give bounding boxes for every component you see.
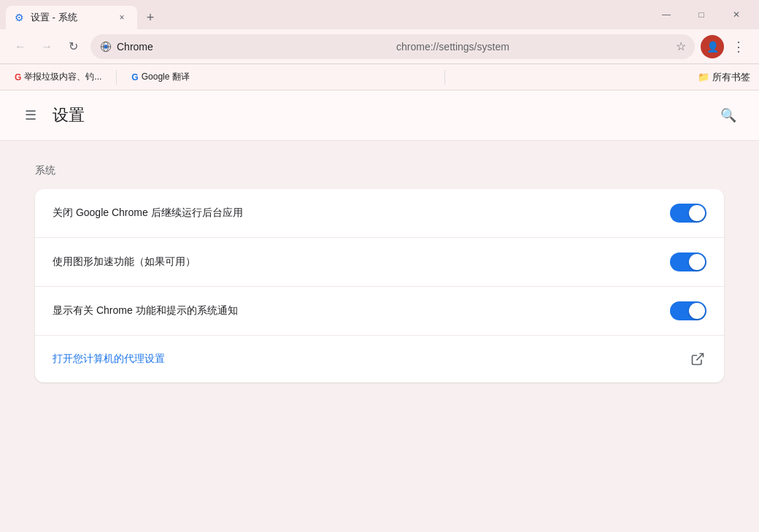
profile-button[interactable]: 👤 xyxy=(701,35,724,58)
setting-label-proxy: 打开您计算机的代理设置 xyxy=(53,352,689,366)
profile-icon: 👤 xyxy=(706,41,719,53)
toggle-hardware-acceleration[interactable] xyxy=(670,252,706,271)
close-button[interactable]: ✕ xyxy=(720,3,753,26)
navigation-bar: ← → ↻ Chrome chrome://settings/system ☆ … xyxy=(0,29,759,64)
forward-button[interactable]: → xyxy=(35,35,58,58)
menu-toggle-button[interactable]: ☰ xyxy=(18,102,44,128)
bookmark-report-icon: G xyxy=(15,72,21,82)
tab-settings-icon: ⚙ xyxy=(15,12,26,23)
address-bar[interactable]: Chrome chrome://settings/system ☆ xyxy=(90,34,695,59)
bookmark-item-translate[interactable]: G Google 翻译 xyxy=(126,68,195,86)
setting-row-hardware-acceleration: 使用图形加速功能（如果可用） xyxy=(35,238,724,287)
settings-search-button[interactable]: 🔍 xyxy=(715,102,741,128)
bookmarks-right-divider xyxy=(444,70,445,85)
setting-label-background-apps: 关闭 Google Chrome 后继续运行后台应用 xyxy=(53,207,670,220)
bookmark-item-report[interactable]: G 举报垃圾内容、钓... xyxy=(9,68,107,86)
bookmark-divider xyxy=(116,70,117,85)
hamburger-icon: ☰ xyxy=(25,107,36,123)
maximize-button[interactable]: □ xyxy=(685,3,718,26)
toggle-background-apps[interactable] xyxy=(670,204,706,223)
new-tab-button[interactable]: + xyxy=(140,7,161,28)
back-button[interactable]: ← xyxy=(9,35,32,58)
open-in-new-icon xyxy=(690,352,705,366)
setting-row-background-apps: 关闭 Google Chrome 后继续运行后台应用 xyxy=(35,189,724,238)
window-controls: — □ ✕ xyxy=(650,3,753,26)
page-title: 设置 xyxy=(53,104,85,126)
minimize-button[interactable]: — xyxy=(650,3,683,26)
site-name: Chrome xyxy=(117,41,392,53)
more-options-button[interactable]: ⋮ xyxy=(727,35,750,58)
site-icon xyxy=(99,40,112,53)
toggle-system-notifications[interactable] xyxy=(670,301,706,320)
back-icon: ← xyxy=(15,40,26,53)
address-url: chrome://settings/system xyxy=(396,41,671,53)
reload-icon: ↻ xyxy=(69,39,78,53)
all-bookmarks-label: 所有书签 xyxy=(712,71,750,84)
settings-content: 系统 关闭 Google Chrome 后继续运行后台应用 使用图形加速功能（如… xyxy=(0,141,759,406)
svg-line-4 xyxy=(696,354,703,361)
external-link-icon xyxy=(689,350,706,368)
setting-row-proxy-settings[interactable]: 打开您计算机的代理设置 xyxy=(35,336,724,382)
tab-title: 设置 - 系统 xyxy=(31,11,111,24)
settings-header: ☰ 设置 🔍 xyxy=(0,90,759,141)
bookmark-star-icon[interactable]: ☆ xyxy=(676,39,686,53)
chrome-icon xyxy=(100,41,112,53)
active-tab[interactable]: ⚙ 设置 - 系统 × xyxy=(6,6,137,29)
bookmark-translate-label: Google 翻译 xyxy=(142,71,190,83)
tab-close-button[interactable]: × xyxy=(115,11,128,24)
more-icon: ⋮ xyxy=(732,39,745,55)
settings-page: ☰ 设置 🔍 系统 关闭 Google Chrome 后继续运行后台应用 使用图… xyxy=(0,90,759,532)
bookmark-report-label: 举报垃圾内容、钓... xyxy=(24,71,101,83)
forward-icon: → xyxy=(41,40,53,53)
bookmarks-folder-icon: 📁 xyxy=(698,72,709,82)
all-bookmarks-button[interactable]: 📁 所有书签 xyxy=(698,71,750,84)
search-icon: 🔍 xyxy=(720,107,736,123)
bookmarks-bar: G 举报垃圾内容、钓... G Google 翻译 📁 所有书签 xyxy=(0,64,759,90)
tab-strip: ⚙ 设置 - 系统 × + xyxy=(6,0,647,29)
reload-button[interactable]: ↻ xyxy=(61,35,85,58)
setting-label-system-notifications: 显示有关 Chrome 功能和提示的系统通知 xyxy=(53,304,670,317)
settings-card: 关闭 Google Chrome 后继续运行后台应用 使用图形加速功能（如果可用… xyxy=(35,189,724,382)
setting-label-hardware-acceleration: 使用图形加速功能（如果可用） xyxy=(53,255,670,269)
bookmark-translate-icon: G xyxy=(131,72,138,82)
section-title: 系统 xyxy=(35,164,724,177)
title-bar: ⚙ 设置 - 系统 × + — □ ✕ xyxy=(0,0,759,29)
setting-row-system-notifications: 显示有关 Chrome 功能和提示的系统通知 xyxy=(35,287,724,336)
content-area: ☰ 设置 🔍 系统 关闭 Google Chrome 后继续运行后台应用 使用图… xyxy=(0,90,759,532)
